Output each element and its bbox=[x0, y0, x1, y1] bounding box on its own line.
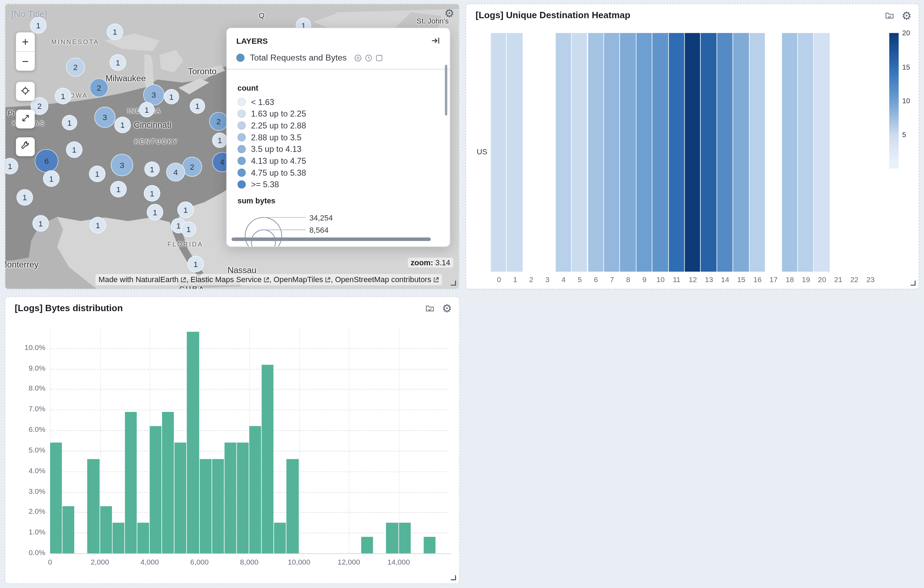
map-cluster[interactable]: 1 bbox=[109, 54, 126, 71]
histogram-bar[interactable] bbox=[399, 522, 411, 553]
histogram-bar[interactable] bbox=[50, 443, 62, 553]
histogram-bar[interactable] bbox=[87, 459, 99, 553]
histogram-bar[interactable] bbox=[212, 459, 224, 553]
gear-icon[interactable]: ⚙ bbox=[902, 10, 912, 21]
heatmap-cell[interactable] bbox=[556, 33, 571, 272]
map-cluster[interactable]: 1 bbox=[212, 133, 228, 148]
layer-row[interactable]: Total Requests and Bytes bbox=[227, 50, 449, 69]
map-cluster[interactable]: 1 bbox=[66, 141, 82, 158]
scrollbar-horizontal[interactable] bbox=[232, 238, 431, 241]
panel-title[interactable]: [No Title] bbox=[11, 9, 47, 19]
map-cluster[interactable]: 2 bbox=[209, 112, 228, 131]
scrollbar-vertical[interactable] bbox=[445, 65, 447, 116]
zoom-in-button[interactable]: + bbox=[16, 33, 35, 51]
panel-resize-handle[interactable] bbox=[451, 280, 456, 286]
map-cluster[interactable]: 1 bbox=[33, 215, 49, 232]
map-cluster[interactable]: 1 bbox=[144, 161, 160, 177]
histogram-bar[interactable] bbox=[386, 522, 398, 553]
histogram-bar[interactable] bbox=[175, 443, 186, 553]
histogram-bar[interactable] bbox=[287, 459, 299, 553]
panel-title[interactable]: [Logs] Unique Destination Heatmap bbox=[476, 10, 630, 21]
heatmap-cell[interactable] bbox=[717, 33, 733, 272]
map-cluster[interactable]: 1 bbox=[30, 17, 46, 34]
map-cluster[interactable]: 1 bbox=[181, 221, 196, 237]
heatmap-cell[interactable] bbox=[636, 33, 652, 272]
histogram-bar[interactable] bbox=[150, 426, 162, 553]
attribution-link[interactable]: OpenStreetMap contributors bbox=[335, 275, 439, 284]
heatmap-cell[interactable] bbox=[604, 33, 619, 272]
fit-to-data-button[interactable] bbox=[16, 109, 35, 129]
collapse-layers-icon[interactable] bbox=[431, 36, 440, 46]
map-cluster[interactable]: 1 bbox=[55, 88, 71, 104]
map-cluster[interactable]: 1 bbox=[110, 181, 127, 197]
map-cluster[interactable]: 1 bbox=[5, 158, 18, 174]
layer-checkbox-icon[interactable] bbox=[376, 54, 383, 61]
map-cluster[interactable]: 1 bbox=[164, 89, 179, 104]
heatmap-cell[interactable] bbox=[571, 33, 587, 272]
heatmap-cell[interactable] bbox=[587, 33, 603, 272]
heatmap-cell[interactable] bbox=[668, 33, 684, 272]
map-cluster[interactable]: 2 bbox=[90, 78, 109, 97]
histogram-bar[interactable] bbox=[249, 426, 261, 553]
map-cluster[interactable]: 1 bbox=[62, 115, 78, 130]
gear-icon[interactable]: ⚙ bbox=[444, 8, 454, 19]
histogram-bar[interactable] bbox=[424, 537, 436, 553]
histogram-bar[interactable] bbox=[100, 506, 112, 553]
map-cluster[interactable]: 1 bbox=[107, 23, 123, 40]
heatmap-cell[interactable] bbox=[798, 33, 813, 272]
panel-resize-handle[interactable] bbox=[451, 575, 456, 580]
attribution-link[interactable]: Elastic Maps Service bbox=[190, 275, 269, 284]
set-view-button[interactable] bbox=[16, 82, 35, 101]
map-cluster[interactable]: 1 bbox=[187, 256, 204, 272]
map-cluster[interactable]: 1 bbox=[114, 117, 131, 133]
map-cluster[interactable]: 6 bbox=[35, 149, 58, 173]
attribution-link[interactable]: NaturalEarth bbox=[135, 275, 186, 284]
map-cluster[interactable]: 4 bbox=[166, 163, 185, 182]
histogram-bar[interactable] bbox=[63, 506, 74, 553]
histogram-bar[interactable] bbox=[125, 411, 137, 553]
library-icon[interactable] bbox=[426, 304, 434, 313]
histogram-bar[interactable] bbox=[361, 537, 373, 553]
histogram-bar[interactable] bbox=[112, 522, 124, 553]
map-cluster[interactable]: 1 bbox=[43, 170, 59, 187]
map-cluster[interactable]: 1 bbox=[139, 102, 154, 117]
heatmap-cell[interactable] bbox=[620, 33, 635, 272]
heatmap-cell[interactable] bbox=[782, 33, 797, 272]
histogram-bar[interactable] bbox=[237, 443, 249, 553]
map-cluster[interactable]: 3 bbox=[111, 154, 134, 176]
layer-settings-icon[interactable] bbox=[355, 54, 362, 61]
layer-time-icon[interactable] bbox=[365, 54, 373, 61]
histogram-bar[interactable] bbox=[162, 411, 174, 553]
map-cluster[interactable]: 2 bbox=[182, 157, 202, 177]
gear-icon[interactable]: ⚙ bbox=[442, 303, 452, 314]
map-cluster[interactable]: 1 bbox=[90, 217, 106, 233]
map-cluster[interactable]: 1 bbox=[89, 165, 106, 182]
heatmap-cell[interactable] bbox=[491, 33, 506, 272]
map-cluster[interactable]: 1 bbox=[147, 204, 163, 220]
map-cluster[interactable]: 1 bbox=[190, 98, 205, 114]
heatmap-cell[interactable] bbox=[652, 33, 668, 272]
draw-tools-button[interactable] bbox=[16, 137, 35, 156]
histogram-bar[interactable] bbox=[224, 443, 236, 553]
histogram-bar[interactable] bbox=[137, 522, 149, 553]
attribution-link[interactable]: OpenMapTiles bbox=[274, 275, 331, 284]
heatmap-cell[interactable] bbox=[733, 33, 749, 272]
zoom-out-button[interactable]: − bbox=[16, 52, 35, 71]
panel-resize-handle[interactable] bbox=[910, 280, 916, 286]
histogram-bar[interactable] bbox=[200, 459, 211, 553]
map-cluster[interactable]: 1 bbox=[16, 189, 33, 205]
histogram-bar[interactable] bbox=[262, 365, 274, 553]
heatmap-cell[interactable] bbox=[685, 33, 700, 272]
histogram-bar[interactable] bbox=[274, 522, 286, 553]
map-cluster[interactable]: 1 bbox=[144, 185, 160, 202]
heatmap-cell[interactable] bbox=[701, 33, 716, 272]
map-cluster[interactable]: 1 bbox=[177, 202, 194, 218]
heatmap-cell[interactable] bbox=[814, 33, 830, 272]
map-cluster[interactable]: 2 bbox=[66, 58, 85, 77]
histogram-bar[interactable] bbox=[187, 332, 199, 553]
heatmap-cell[interactable] bbox=[507, 33, 523, 272]
heatmap-cell[interactable] bbox=[749, 33, 765, 272]
panel-title[interactable]: [Logs] Bytes distribution bbox=[15, 303, 123, 314]
library-icon[interactable] bbox=[885, 11, 894, 20]
map-cluster[interactable]: 3 bbox=[94, 107, 116, 128]
